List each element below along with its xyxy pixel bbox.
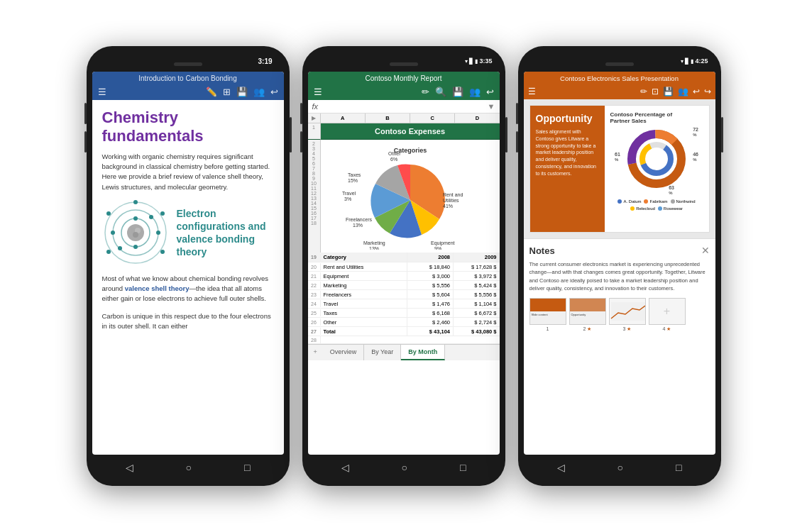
ppt-notes-close-icon[interactable]: ✕ (701, 245, 710, 256)
back-button2[interactable]: ◁ (341, 462, 349, 473)
ppt-signal-icon: ▊ (685, 58, 689, 65)
col-2009-header: 2009 (454, 253, 500, 262)
excel-header: Contoso Monthly Report ☰ ✏ 🔍 💾 👥 ↩ (308, 72, 500, 100)
legend-label-rosewear: Rosewear (664, 206, 683, 211)
thumb3-chart (610, 299, 646, 325)
excel-undo-icon[interactable]: ↩ (486, 87, 494, 97)
svg-text:9%: 9% (434, 246, 441, 250)
home-button2[interactable]: ○ (402, 462, 407, 473)
ppt-layout-icon[interactable]: ⊡ (652, 87, 659, 96)
svg-text:Taxes: Taxes (348, 172, 361, 177)
edit-icon[interactable]: ✏️ (206, 87, 217, 97)
add-sheet-button[interactable]: + (308, 345, 323, 360)
excel-data-header-row: 19 Category 2008 2009 (308, 253, 500, 262)
svg-point-3 (133, 232, 138, 238)
thumb2-content: Opportunity (570, 311, 605, 318)
phone-word: 3:19 Introduction to Carbon Bonding ☰ ✏️… (87, 46, 290, 486)
ppt-thumb-1[interactable]: Slide content (529, 298, 566, 325)
ppt-save-icon[interactable]: 💾 (663, 87, 674, 96)
excel-save-icon[interactable]: 💾 (452, 87, 463, 97)
svg-point-17 (106, 250, 111, 254)
recents-button[interactable]: □ (244, 462, 250, 473)
percent-72: 72% (693, 127, 698, 137)
excel-title: Contoso Monthly Report (308, 72, 500, 84)
svg-point-14 (160, 211, 165, 216)
atom-diagram (102, 199, 170, 267)
excel-row-taxes: 25 Taxes $ 6,168 $ 6,672 $ (308, 309, 500, 318)
svg-point-13 (133, 200, 138, 204)
formula-input[interactable] (322, 103, 483, 111)
ppt-people-icon[interactable]: 👥 (678, 87, 688, 96)
slide-num-4: 4 ★ (663, 326, 671, 332)
hamburger-icon[interactable]: ☰ (98, 87, 106, 97)
home-button[interactable]: ○ (186, 462, 192, 473)
fx-label: fx (312, 102, 319, 111)
tab-bymonth[interactable]: By Month (401, 345, 445, 360)
back-button3[interactable]: ◁ (557, 462, 565, 473)
back-button[interactable]: ◁ (126, 462, 133, 473)
col-2008-header: 2008 (407, 253, 454, 262)
excel-hamburger-icon[interactable]: ☰ (314, 87, 322, 97)
col-d: D (455, 113, 499, 123)
excel-row-other: 26 Other $ 2,460 $ 2,724 $ (308, 318, 500, 327)
ppt-thumb-3[interactable] (609, 298, 646, 325)
excel-tabs: + Overview By Year By Month (308, 344, 500, 360)
phone2-status: ▾ ▊ ▮ 3:35 (465, 57, 492, 65)
phone1-time: 3:19 (258, 57, 272, 65)
ppt-slide-title: Opportunity (536, 113, 599, 124)
ppt-thumb-4[interactable]: + (649, 298, 686, 325)
excel-section-title: Contoso Expenses (321, 123, 500, 140)
excel-edit-icon[interactable]: ✏ (422, 87, 429, 97)
ppt-notes-panel: Notes ✕ The current consumer electronics… (524, 238, 715, 338)
excel-formula-bar: fx ▼ (308, 100, 500, 113)
recents-button3[interactable]: □ (676, 462, 681, 473)
svg-point-10 (156, 231, 160, 235)
pie-chart-svg: Categories (321, 140, 500, 250)
layout-icon[interactable]: ⊞ (223, 87, 231, 97)
formula-expand-icon[interactable]: ▼ (488, 102, 495, 111)
slide-num-3: 3 ★ (623, 326, 632, 332)
ppt-hamburger-icon[interactable]: ☰ (528, 87, 536, 96)
legend-item-rosewear: Rosewear (658, 206, 683, 211)
svg-point-7 (133, 216, 138, 221)
word-body1: Working with organic chemistry requires … (102, 152, 274, 192)
svg-text:6%: 6% (390, 157, 397, 162)
phone2-time: 3:35 (479, 57, 492, 65)
ppt-edit-icon[interactable]: ✏ (640, 87, 647, 96)
ppt-thumb-2[interactable]: Opportunity (569, 298, 606, 325)
ppt-redo-icon[interactable]: ↪ (704, 87, 711, 96)
save-icon[interactable]: 💾 (236, 87, 248, 97)
legend-item-relecloud: Relecloud (630, 206, 655, 211)
tab-overview[interactable]: Overview (323, 345, 365, 360)
people-icon[interactable]: 👥 (253, 87, 265, 97)
undo-icon[interactable]: ↩ (270, 87, 278, 97)
phone3-screen: Contoso Electronics Sales Presentation ☰… (524, 72, 715, 455)
excel-row-total: 27 Total $ 43,104 $ 43,080 $ (308, 327, 500, 336)
home-button3[interactable]: ○ (617, 462, 623, 473)
phone1-screen: Introduction to Carbon Bonding ☰ ✏️ ⊞ 💾 … (92, 72, 284, 455)
col-header-blank: ▶ (308, 113, 321, 123)
ppt-undo-icon[interactable]: ↩ (693, 87, 700, 96)
thumb-wrapper-3: 3 ★ (609, 298, 646, 332)
excel-chart-area: Categories (321, 140, 500, 253)
recents-button2[interactable]: □ (460, 462, 466, 473)
excel-people-icon[interactable]: 👥 (469, 87, 481, 97)
excel-row-marketing: 22 Marketing $ 5,556 $ 5,424 $ (308, 281, 500, 290)
thumb1-content: Slide content (530, 311, 566, 318)
svg-text:Equipment: Equipment (431, 240, 455, 246)
svg-text:Freelancers: Freelancers (346, 217, 372, 222)
legend-dot-northwind (671, 199, 675, 204)
excel-chart-row: 23456789101112131415161718 Categories (308, 140, 500, 253)
tab-byyear[interactable]: By Year (364, 345, 401, 360)
word-link[interactable]: valence shell theory (125, 284, 190, 292)
phone1-top-bar: 3:19 (92, 56, 284, 72)
thumb2-header (570, 299, 605, 311)
word-body2: Most of what we know about chemical bond… (102, 274, 274, 304)
phone3-top-bar: ▾ ▊ ▮ 4:25 (524, 56, 715, 72)
thumb1-header (530, 299, 566, 311)
word-heading2: Electron configurations and valence bond… (177, 207, 274, 259)
phone3-time: 4:25 (695, 57, 708, 65)
legend-item-fabrikam: Fabrikam (644, 199, 667, 204)
ppt-toolbar: ☰ ✏ ⊡ 💾 👥 ↩ ↪ (524, 84, 715, 99)
excel-search-icon[interactable]: 🔍 (435, 87, 446, 97)
